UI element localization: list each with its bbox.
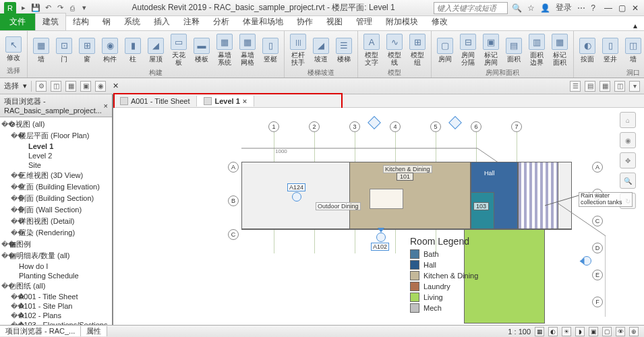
panel-close-icon[interactable]: × (104, 102, 108, 110)
ribbon-button[interactable]: ▢房间 (434, 32, 456, 67)
nav-home-icon[interactable]: ⌂ (620, 112, 636, 128)
visual-style-icon[interactable]: ◐ (548, 327, 558, 336)
ribbon-button[interactable]: ⊞模型 组 (407, 32, 428, 67)
ribbon-collapse-icon[interactable]: ▴ (626, 21, 644, 30)
opt-icon-3[interactable]: ▦ (65, 81, 76, 92)
ribbon-tab[interactable]: 管理 (349, 13, 379, 30)
help-icon[interactable]: ? (591, 3, 595, 13)
ribbon-tab[interactable]: 修改 (425, 13, 455, 30)
nav-wheel-icon[interactable]: ◉ (620, 132, 636, 148)
qat-more-icon[interactable]: ▾ (80, 3, 89, 13)
ribbon-tab[interactable]: 分析 (206, 13, 236, 30)
expand-icon[interactable]: �� (11, 206, 19, 214)
tree-node[interactable]: ��A001 - Title Sheet (1, 292, 111, 301)
expand-icon[interactable]: �� (1, 252, 9, 259)
ribbon-button[interactable]: ▭天花板 (168, 32, 189, 67)
viewbar-icon-1[interactable]: ☰ (570, 81, 581, 92)
crop-region-icon[interactable]: ▢ (602, 327, 612, 336)
tree-node[interactable]: ��渲染 (Rendering) (1, 227, 111, 239)
viewbar-icon-5[interactable]: ▾ (629, 81, 640, 92)
ribbon-button[interactable]: ▦墙 (30, 32, 52, 67)
tree-node[interactable]: ��A102 - Plans (1, 311, 111, 320)
redo-icon[interactable]: ↷ (55, 3, 65, 13)
drawing-canvas[interactable]: ⌂ ◉ ✥ 🔍 ↻ 1234567 ABC ABCDEF (113, 108, 644, 325)
expand-icon[interactable]: �� (11, 172, 19, 179)
ribbon-button[interactable]: ▦幕墙 系统 (214, 32, 235, 67)
tab-close-icon[interactable]: × (243, 97, 247, 105)
infocentre-icon[interactable]: 🔍 (512, 3, 522, 13)
opt-close-icon[interactable]: ✕ (113, 82, 119, 90)
expand-icon[interactable]: �� (11, 303, 19, 310)
status-tab-properties[interactable]: 属性 (81, 326, 107, 336)
expand-icon[interactable]: �� (11, 218, 19, 225)
nav-zoom-icon[interactable]: 🔍 (620, 173, 636, 189)
print-icon[interactable]: ⎙ (67, 3, 77, 13)
ribbon-button[interactable]: ◉构件 (99, 32, 121, 67)
ribbon-button[interactable]: ▣标记 房间 (480, 32, 502, 67)
tree-node[interactable]: ��A103 - Elevations/Sections (1, 320, 111, 325)
filter-icon[interactable]: ⚙ (36, 81, 47, 92)
ribbon-tab[interactable]: 体量和场地 (236, 13, 290, 30)
expand-icon[interactable]: �� (1, 121, 9, 128)
help-search-input[interactable] (434, 2, 508, 14)
tree-node[interactable]: ��剖面 (Building Section) (1, 193, 111, 204)
project-browser-tree[interactable]: ��⊙ 视图 (all)��楼层平面 (Floor Plan)Level 1Le… (0, 117, 112, 325)
tree-node[interactable]: ��▦ 图例 (1, 239, 111, 250)
ribbon-tab[interactable]: 结构 (66, 13, 96, 30)
ribbon-button[interactable]: ▬楼板 (191, 32, 212, 67)
ribbon-button[interactable]: ▦幕墙 网格 (237, 32, 258, 67)
exchange-icon[interactable]: ⋯ (577, 3, 585, 13)
open-icon[interactable]: ▸ (19, 3, 28, 13)
tree-node[interactable]: Level 1 (1, 142, 111, 151)
tree-node[interactable]: ��立面 (Building Elevation) (1, 181, 111, 193)
tree-node[interactable]: ��详图视图 (Detail) (1, 216, 111, 227)
ribbon-button[interactable]: ⊡门 (53, 32, 75, 67)
ribbon-button[interactable]: ▥面积 边界 (526, 32, 548, 67)
tree-node[interactable]: ��⊙ 视图 (all) (1, 119, 111, 130)
ribbon-button[interactable]: ◢屋顶 (145, 32, 167, 67)
sun-path-icon[interactable]: ☀ (562, 327, 571, 336)
ribbon-button[interactable]: ☰楼梯 (333, 32, 355, 67)
tree-node[interactable]: Level 2 (1, 151, 111, 160)
tree-node[interactable]: ��▢ 图纸 (all) (1, 280, 111, 292)
signin-label[interactable]: 登录 (556, 2, 572, 13)
ribbon-tab[interactable]: 系统 (117, 13, 147, 30)
ribbon-tab[interactable]: 钢 (96, 13, 117, 30)
expand-icon[interactable]: �� (11, 229, 19, 237)
opt-icon-5[interactable]: ◉ (95, 81, 106, 92)
ribbon-button[interactable]: ▮柱 (122, 32, 144, 67)
ribbon-button[interactable]: ◐按面 (577, 32, 598, 67)
favorite-icon[interactable]: ☆ (527, 3, 535, 13)
tree-node[interactable]: How do I (1, 262, 111, 271)
ribbon-button[interactable]: A模型 文字 (361, 32, 382, 67)
ribbon-tab[interactable]: 视图 (320, 13, 349, 30)
opt-icon-4[interactable]: ▣ (80, 81, 91, 92)
ribbon-tab[interactable]: 插入 (147, 13, 177, 30)
ribbon-button[interactable]: ◢坡道 (310, 32, 332, 67)
app-menu-icon[interactable]: R (4, 2, 16, 14)
tree-node[interactable]: ��▤ 明细表/数量 (all) (1, 250, 111, 262)
file-tab[interactable]: 文件 (0, 13, 35, 30)
undo-icon[interactable]: ↶ (43, 3, 53, 13)
ribbon-button[interactable]: ▯竖井 (599, 32, 621, 67)
ribbon-tab[interactable]: 附加模块 (379, 13, 425, 30)
expand-icon[interactable]: �� (1, 282, 9, 290)
ribbon-button[interactable]: ∿模型 线 (384, 32, 405, 67)
save-icon[interactable]: 💾 (31, 3, 40, 13)
viewbar-icon-3[interactable]: ▦ (599, 81, 610, 92)
viewbar-icon-4[interactable]: ◫ (614, 81, 625, 92)
maximize-button[interactable]: ▢ (616, 3, 628, 13)
scale-label[interactable]: 1 : 100 (508, 328, 531, 336)
detail-level-icon[interactable]: ▦ (535, 327, 544, 336)
ribbon-tab[interactable]: 注释 (177, 13, 206, 30)
ribbon-tab[interactable]: 建筑 (35, 13, 66, 30)
tree-node[interactable]: Site (1, 160, 111, 170)
select-dropdown-icon[interactable]: ▾ (23, 82, 27, 90)
expand-icon[interactable]: �� (11, 312, 19, 319)
ribbon-button[interactable]: ⊞窗 (76, 32, 98, 67)
expand-icon[interactable]: �� (11, 195, 19, 202)
document-tab[interactable]: A001 - Title Sheet (113, 96, 197, 106)
ribbon-button[interactable]: ↖修改 (3, 32, 24, 65)
tree-node[interactable]: ��楼层平面 (Floor Plan) (1, 130, 111, 142)
tree-node[interactable]: Planting Schedule (1, 271, 111, 280)
